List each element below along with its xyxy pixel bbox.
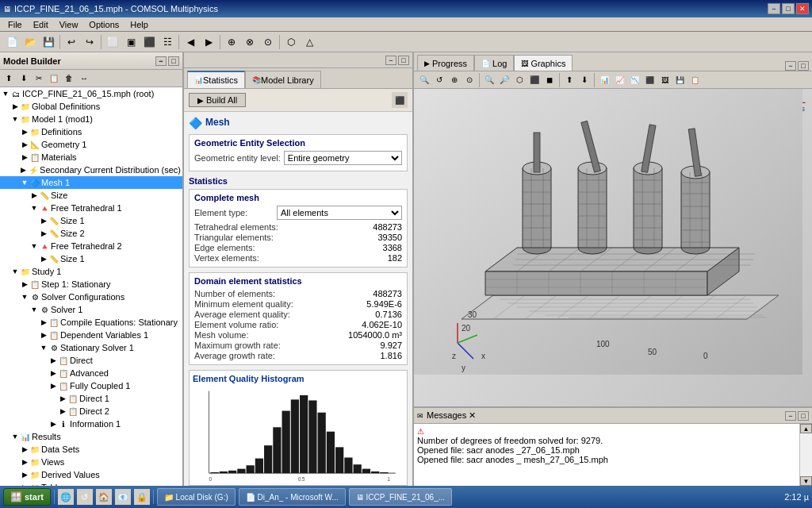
tree-expand-button[interactable]: ▶ bbox=[21, 140, 29, 148]
tree-expand-button[interactable]: ▶ bbox=[59, 394, 67, 402]
tree-expand-button[interactable]: ▼ bbox=[30, 242, 38, 250]
tree-item[interactable]: ▶📏Size 1 bbox=[0, 214, 182, 227]
tree-expand-button[interactable]: ▶ bbox=[59, 407, 67, 415]
tree-item[interactable]: ▶📏Size 2 bbox=[0, 227, 182, 240]
tb5[interactable]: ⬛ bbox=[140, 33, 158, 51]
middle-max-button[interactable]: □ bbox=[398, 56, 409, 65]
tb4[interactable]: ▣ bbox=[122, 33, 140, 51]
gfx-tb9[interactable]: ◼ bbox=[542, 73, 557, 87]
tree-expand-button[interactable]: ▼ bbox=[21, 293, 29, 301]
panel-max-button[interactable]: □ bbox=[168, 56, 179, 66]
tree-item[interactable]: ▶📋Advanced bbox=[0, 367, 182, 379]
gfx-tb17[interactable]: 💾 bbox=[672, 73, 687, 87]
menu-help[interactable]: Help bbox=[125, 19, 153, 30]
tb10[interactable]: ⊗ bbox=[241, 33, 259, 51]
tree-item[interactable]: ▼⚙Solver Configurations bbox=[0, 291, 182, 303]
menu-options[interactable]: Options bbox=[84, 19, 124, 30]
tree-expand-button[interactable]: ▶ bbox=[11, 102, 19, 110]
tree-expand-button[interactable]: ▶ bbox=[40, 217, 48, 225]
tree-expand-button[interactable]: ▼ bbox=[40, 344, 48, 352]
tb3[interactable]: ⬜ bbox=[104, 33, 121, 51]
gfx-tb6[interactable]: 🔎 bbox=[497, 73, 511, 87]
tab-progress[interactable]: ▶ Progress bbox=[417, 55, 474, 71]
gfx-tb7[interactable]: ⬡ bbox=[512, 73, 527, 87]
tree-expand-button[interactable]: ▼ bbox=[2, 90, 10, 98]
gfx-tb5[interactable]: 🔍 bbox=[482, 73, 496, 87]
scroll-up-button[interactable]: ▲ bbox=[800, 424, 812, 433]
tree-item[interactable]: ▼🔺Free Tetrahedral 1 bbox=[0, 202, 182, 214]
tree-item[interactable]: ▶📋Materials bbox=[0, 151, 182, 164]
tree-expand-button[interactable]: ▶ bbox=[21, 458, 29, 466]
tree-item[interactable]: ▶📋Step 1: Stationary bbox=[0, 278, 182, 291]
tab-model-library[interactable]: 📚 Model Library bbox=[245, 71, 321, 88]
right-min-button[interactable]: − bbox=[785, 61, 796, 71]
gfx-tb16[interactable]: 🖼 bbox=[657, 73, 672, 87]
tree-item[interactable]: ▶📁Views bbox=[0, 456, 182, 468]
tb11[interactable]: ⊙ bbox=[259, 33, 277, 51]
tree-expand-button[interactable]: ▶ bbox=[21, 280, 29, 288]
tree-tb1[interactable]: ⬆ bbox=[2, 71, 16, 86]
tree-item[interactable]: ▼📁Model 1 (mod1) bbox=[0, 113, 182, 125]
tree-expand-button[interactable]: ▶ bbox=[40, 331, 48, 339]
tree-expand-button[interactable]: ▶ bbox=[40, 229, 48, 237]
right-max-button[interactable]: □ bbox=[798, 61, 809, 71]
tree-item[interactable]: ▶📋Direct 1 bbox=[0, 392, 182, 405]
gfx-tb10[interactable]: ⬆ bbox=[562, 73, 576, 87]
gfx-tb13[interactable]: 📈 bbox=[612, 73, 626, 87]
middle-min-button[interactable]: − bbox=[385, 56, 396, 65]
tree-item[interactable]: ▼🔷Mesh 1 bbox=[0, 176, 182, 189]
tree-expand-button[interactable]: ▶ bbox=[21, 471, 29, 479]
tb9[interactable]: ⊕ bbox=[223, 33, 240, 51]
tree-expand-button[interactable]: ▼ bbox=[30, 204, 38, 212]
tree-item[interactable]: ▶📁Definitions bbox=[0, 125, 182, 138]
save-button[interactable]: 💾 bbox=[40, 33, 57, 51]
tab-log[interactable]: 📄 Log bbox=[474, 55, 514, 71]
gfx-tb11[interactable]: ⬇ bbox=[577, 73, 592, 87]
start-button[interactable]: 🪟 start bbox=[3, 488, 51, 506]
taskbar-icon5[interactable]: 🔒 bbox=[134, 489, 150, 505]
taskbar-icon3[interactable]: 🏠 bbox=[96, 489, 112, 505]
graphics-view[interactable]: COMSOL MULTIPHYSICS bbox=[414, 89, 812, 406]
menu-view[interactable]: View bbox=[55, 19, 83, 30]
tb12[interactable]: ⬡ bbox=[282, 33, 300, 51]
taskbar-icon1[interactable]: 🌐 bbox=[58, 489, 74, 505]
taskbar-comsol[interactable]: 🖥 ICCP_FINE_21_06_... bbox=[349, 488, 452, 506]
open-button[interactable]: 📂 bbox=[21, 33, 39, 51]
messages-scrollbar[interactable]: ▲ ▼ bbox=[799, 424, 812, 486]
tree-item[interactable]: ▶📋Compile Equations: Stationary bbox=[0, 316, 182, 329]
tree-item[interactable]: ▶📋Direct 2 bbox=[0, 405, 182, 418]
tree-item[interactable]: ▶📐Geometry 1 bbox=[0, 138, 182, 151]
gfx-tb12[interactable]: 📊 bbox=[597, 73, 611, 87]
build-all-button[interactable]: ▶ Build All bbox=[189, 93, 246, 107]
tree-item[interactable]: ▶📁Derived Values bbox=[0, 468, 182, 481]
taskbar-icon4[interactable]: 📧 bbox=[115, 489, 131, 505]
tree-expand-button[interactable]: ▶ bbox=[49, 356, 57, 364]
tree-item[interactable]: ▼⚙Solver 1 bbox=[0, 303, 182, 316]
panel-min-button[interactable]: − bbox=[155, 56, 167, 66]
tree-item[interactable]: ▶📋Dependent Variables 1 bbox=[0, 329, 182, 341]
element-type-select[interactable]: All elements bbox=[277, 206, 402, 220]
tree-expand-button[interactable]: ▶ bbox=[21, 445, 29, 453]
taskbar-local-disk[interactable]: 📁 Local Disk (G:) bbox=[157, 488, 236, 506]
tree-tb4[interactable]: 📋 bbox=[47, 71, 61, 86]
tree-tb6[interactable]: ↔ bbox=[77, 71, 91, 86]
tree-item[interactable]: ▶ℹInformation 1 bbox=[0, 418, 182, 430]
tree-item[interactable]: ▼📊Results bbox=[0, 430, 182, 443]
gfx-tb4[interactable]: ⊙ bbox=[462, 73, 477, 87]
tree-expand-button[interactable]: ▶ bbox=[49, 382, 57, 390]
gfx-tb3[interactable]: ⊕ bbox=[447, 73, 462, 87]
maximize-button[interactable]: □ bbox=[782, 3, 795, 14]
tree-item[interactable]: ▶📁Global Definitions bbox=[0, 100, 182, 113]
middle-icon1[interactable]: ⬛ bbox=[392, 92, 408, 108]
redo-button[interactable]: ↪ bbox=[81, 33, 98, 51]
gfx-tb15[interactable]: ⬛ bbox=[642, 73, 657, 87]
gfx-tb14[interactable]: 📉 bbox=[627, 73, 642, 87]
gfx-tb18[interactable]: 📋 bbox=[688, 73, 702, 87]
messages-min-button[interactable]: − bbox=[785, 411, 796, 421]
tree-item[interactable]: ▼🗂ICCP_FINE_21_06_15.mph (root) bbox=[0, 87, 182, 100]
taskbar-icon2[interactable]: ↺ bbox=[77, 489, 93, 505]
tree-expand-button[interactable]: ▶ bbox=[21, 128, 29, 136]
minimize-button[interactable]: − bbox=[768, 3, 780, 14]
tree-expand-button[interactable]: ▼ bbox=[30, 306, 38, 314]
taskbar-word[interactable]: 📄 Di_An_ - Microsoft W... bbox=[239, 488, 346, 506]
